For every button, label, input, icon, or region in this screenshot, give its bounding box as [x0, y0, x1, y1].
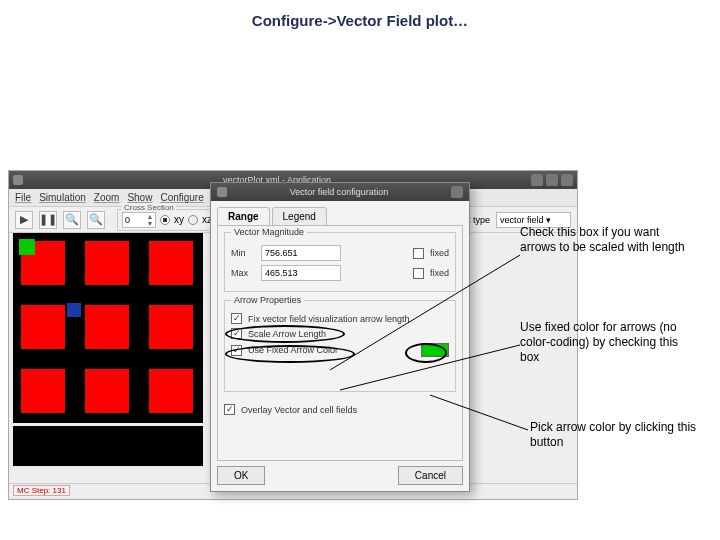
app-icon: [13, 175, 23, 185]
dialog-titlebar: Vector field configuration: [211, 183, 469, 201]
blue-marker: [67, 303, 81, 317]
tab-range-body: Vector Magnitude Min fixed Max fixed Arr…: [217, 225, 463, 461]
max-fixed-checkbox[interactable]: [413, 268, 424, 279]
maximize-button[interactable]: [546, 174, 558, 186]
zoom-out-button[interactable]: 🔍: [87, 211, 105, 229]
dialog-title: Vector field configuration: [231, 187, 447, 197]
scale-arrow-length-label: Scale Arrow Length: [248, 329, 326, 339]
fix-arrow-length-checkbox[interactable]: [231, 313, 242, 324]
axis-xy-radio[interactable]: [160, 215, 170, 225]
tab-range[interactable]: Range: [217, 207, 270, 225]
close-button[interactable]: [561, 174, 573, 186]
max-label: Max: [231, 268, 255, 278]
axis-xz-radio[interactable]: [188, 215, 198, 225]
pause-button[interactable]: ❚❚: [39, 211, 57, 229]
min-fixed-checkbox[interactable]: [413, 248, 424, 259]
zoom-in-button[interactable]: 🔍: [63, 211, 81, 229]
scale-arrow-length-checkbox[interactable]: [231, 328, 242, 339]
minimize-button[interactable]: [531, 174, 543, 186]
spin-arrows-icon[interactable]: ▲▼: [145, 213, 155, 227]
cross-section-label: Cross Section: [122, 203, 176, 212]
min-input[interactable]: [261, 245, 341, 261]
menu-file[interactable]: File: [15, 192, 31, 203]
arrow-properties-legend: Arrow Properties: [231, 295, 304, 305]
dialog-icon: [217, 187, 227, 197]
arrow-color-button[interactable]: [421, 343, 449, 357]
axis-xy-label: xy: [174, 214, 184, 225]
xy-input[interactable]: [123, 213, 145, 227]
use-fixed-arrow-color-checkbox[interactable]: [231, 345, 242, 356]
note-fixed-color: Use fixed color for arrows (no color-cod…: [520, 320, 695, 365]
ok-button[interactable]: OK: [217, 466, 265, 485]
dialog-button-row: OK Cancel: [217, 466, 463, 485]
vector-magnitude-legend: Vector Magnitude: [231, 227, 307, 237]
plot-type-value: vector field ▾: [500, 215, 551, 225]
selection-box: [19, 239, 35, 255]
max-input[interactable]: [261, 265, 341, 281]
min-fixed-label: fixed: [430, 248, 449, 258]
vector-magnitude-group: Vector Magnitude Min fixed Max fixed: [224, 232, 456, 292]
note-scale: Check this box if you want arrows to be …: [520, 225, 695, 255]
vector-field-config-dialog: Vector field configuration Range Legend …: [210, 182, 470, 492]
slide-title: Configure->Vector Field plot…: [0, 12, 720, 29]
arrow-properties-group: Arrow Properties Fix vector field visual…: [224, 300, 456, 392]
plot-canvas[interactable]: [13, 233, 203, 423]
xy-spin[interactable]: ▲▼: [122, 212, 156, 228]
max-fixed-label: fixed: [430, 268, 449, 278]
menu-show[interactable]: Show: [127, 192, 152, 203]
overlay-checkbox[interactable]: [224, 404, 235, 415]
dialog-close-button[interactable]: [451, 186, 463, 198]
tab-legend[interactable]: Legend: [272, 207, 327, 225]
use-fixed-arrow-color-label: Use Fixed Arrow Color: [248, 345, 338, 355]
canvas-footer: [13, 426, 203, 466]
menu-configure[interactable]: Configure: [160, 192, 203, 203]
overlay-label: Overlay Vector and cell fields: [241, 405, 357, 415]
dialog-tabs: Range Legend: [217, 207, 463, 225]
menu-simulation[interactable]: Simulation: [39, 192, 86, 203]
menu-zoom[interactable]: Zoom: [94, 192, 120, 203]
min-label: Min: [231, 248, 255, 258]
note-color-button: Pick arrow color by clicking this button: [530, 420, 705, 450]
status-step: MC Step: 131: [13, 485, 70, 496]
play-button[interactable]: ▶: [15, 211, 33, 229]
cancel-button[interactable]: Cancel: [398, 466, 463, 485]
fix-arrow-length-label: Fix vector field visualization arrow len…: [248, 314, 410, 324]
